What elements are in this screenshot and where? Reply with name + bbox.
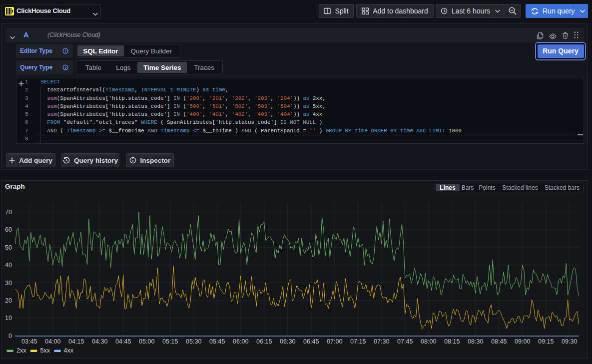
svg-text:07:15: 07:15 — [350, 338, 366, 345]
svg-text:06:15: 06:15 — [256, 338, 272, 345]
svg-text:0: 0 — [8, 333, 12, 340]
svg-text:05:15: 05:15 — [162, 338, 178, 345]
svg-text:03:45: 03:45 — [21, 338, 37, 345]
svg-text:70: 70 — [5, 209, 12, 216]
svg-text:60: 60 — [5, 226, 12, 233]
svg-text:05:00: 05:00 — [139, 338, 154, 345]
svg-text:50: 50 — [5, 244, 12, 251]
svg-text:09:00: 09:00 — [515, 338, 530, 345]
svg-text:04:15: 04:15 — [68, 338, 84, 345]
svg-text:20: 20 — [5, 297, 12, 304]
svg-text:08:00: 08:00 — [421, 338, 436, 345]
svg-text:5xx: 5xx — [40, 347, 50, 354]
svg-text:08:45: 08:45 — [491, 338, 507, 345]
svg-text:06:30: 06:30 — [280, 338, 295, 345]
svg-text:04:30: 04:30 — [92, 338, 107, 345]
svg-text:2xx: 2xx — [16, 347, 26, 354]
svg-text:04:45: 04:45 — [115, 338, 131, 345]
svg-text:10: 10 — [5, 315, 12, 322]
svg-text:30: 30 — [5, 280, 12, 287]
svg-text:07:00: 07:00 — [327, 338, 342, 345]
svg-text:07:45: 07:45 — [397, 338, 413, 345]
svg-text:08:15: 08:15 — [444, 338, 460, 345]
svg-text:08:30: 08:30 — [468, 338, 483, 345]
svg-text:05:45: 05:45 — [209, 338, 225, 345]
svg-text:05:30: 05:30 — [186, 338, 201, 345]
svg-text:09:30: 09:30 — [562, 338, 577, 345]
svg-text:09:15: 09:15 — [538, 338, 554, 345]
svg-text:06:00: 06:00 — [233, 338, 248, 345]
svg-text:06:45: 06:45 — [303, 338, 319, 345]
svg-text:07:30: 07:30 — [374, 338, 389, 345]
svg-text:40: 40 — [5, 262, 12, 269]
svg-text:4xx: 4xx — [64, 347, 74, 354]
svg-text:04:00: 04:00 — [45, 338, 60, 345]
